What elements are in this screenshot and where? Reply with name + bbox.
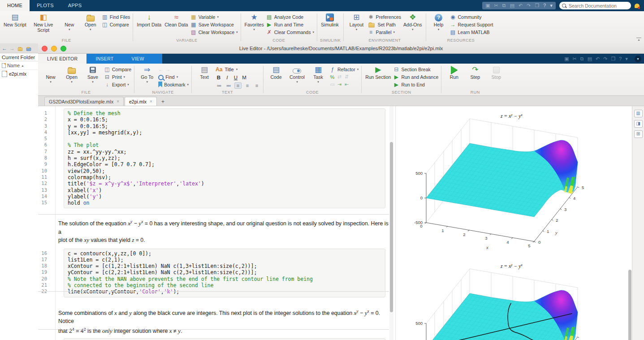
bulleted-list-icon[interactable]: ≔ [216,82,223,89]
tab-apps[interactable]: APPS [61,0,89,11]
cut-icon[interactable]: ✂ [494,2,498,9]
ribbon-button-set-path[interactable]: Set Path [367,21,401,28]
ribbon-button-back-forward-arrows-icon[interactable]: ← → [158,66,189,73]
ribbon-button-clean-data[interactable]: ≈Clean Data [164,13,189,28]
forward-arrow-icon[interactable]: → [9,45,15,52]
ribbon-button-preferences[interactable]: ✱Preferences [367,13,401,20]
ribbon-button-open[interactable]: Open▾ [81,13,100,31]
text-paragraph-1[interactable]: The solution of the equation xy − yx = 0… [58,218,390,244]
ribbon-button-run-section[interactable]: ▶Run Section [364,65,392,81]
open-in-figure-window-icon[interactable]: ⊞ [634,130,643,138]
comment-percent-icon[interactable]: % [329,74,335,80]
code-line[interactable]: yContour = [c(2,2:1+list1Len) NaN c(2,3+… [68,269,381,275]
ribbon-button-control[interactable]: Control▾ [287,65,307,84]
ribbon-button-new[interactable]: New▾ [41,65,61,84]
ribbon-button-layout[interactable]: ⊞Layout▾ [346,13,366,31]
close-tab-icon[interactable]: × [117,99,119,104]
uncomment-icon[interactable]: ⇵ [344,74,350,80]
wrap-comment-icon[interactable]: ⇄ [337,74,342,80]
preview-icon[interactable]: ▭ [329,82,335,87]
outdent-icon[interactable]: ⇤ [344,82,350,87]
tab-plots[interactable]: PLOTS [30,0,61,11]
output-grid-view-icon[interactable]: ▥ [634,110,643,117]
code-line[interactable]: h = surf(x,y,zz); [68,155,381,161]
search-documentation-input[interactable] [568,3,622,9]
new-window-icon[interactable]: ❐ [535,2,539,9]
redo-icon[interactable]: ↷ [603,55,607,63]
editor-scrollbar-thumb[interactable] [390,142,393,312]
ribbon-button-variable[interactable]: ▦Variable▾ [190,13,238,20]
ribbon-button-find-files[interactable]: ▥Find Files [102,13,130,20]
code-line[interactable]: view(20,50); [68,168,381,174]
copy-icon[interactable]: ⧉ [580,55,584,63]
ribbon-button-go-to[interactable]: ⇒Go To▾ [137,65,157,84]
code-line[interactable]: h.EdgeColor = [0.7 0.7 0.7]; [68,161,381,168]
text-paragraph-2[interactable]: Some combinations of x and y along the b… [58,307,390,335]
ribbon-button-save-workspace[interactable]: ▦Save Workspace [190,21,238,28]
paste-icon[interactable]: ▤ [510,2,514,9]
code-rect[interactable]: plot([0:5 2 4],[0:5 4 2],'r.','MarkerSiz… [64,338,385,340]
code-block-3[interactable]: 23plot([0:5 2 4],[0:5 4 2],'r.','MarkerS… [38,338,385,340]
tab-home[interactable]: HOME [0,0,30,11]
back-arrow-icon[interactable]: ← [2,45,7,52]
ribbon-button-run[interactable]: Run [444,65,464,81]
code-block-1[interactable]: 123456789101112131415% Define the meshx … [38,108,385,208]
ribbon-button-save[interactable]: Save▾ [83,65,103,84]
code-block-2[interactable]: 16171819202122c = contourc(x,y,zz,[0 0])… [38,249,385,297]
more-options-icon[interactable]: ▾ [625,55,628,63]
editor-scrollbar-track[interactable] [389,106,393,340]
more-menu-icon[interactable]: ▾ [635,56,641,62]
align-left-icon[interactable]: ≡ [234,82,242,89]
code-line[interactable]: % connected to the beginning of the seco… [68,282,381,288]
text-bold-button[interactable]: B [216,75,222,80]
code-line[interactable]: xContour = [c(1,2:1+list1Len) NaN c(1,3+… [68,263,381,269]
copy-icon[interactable]: ⧉ [502,2,506,9]
ribbon-button-compare[interactable]: ◫Compare [102,21,130,28]
numbered-list-icon[interactable]: ≕ [225,82,232,89]
ribbon-button-favorites[interactable]: ★Favorites▾ [244,13,265,31]
text-underline-button[interactable]: U [233,75,239,80]
code-line[interactable]: list1Len = c(2,1); [68,257,381,263]
ribbon-button-find[interactable]: Find▾ [158,73,189,80]
redo-icon[interactable]: ↷ [527,2,531,9]
ribbon-button-section-break[interactable]: ⊟Section Break [393,66,438,73]
code-line[interactable]: [xx,yy] = meshgrid(x,y); [68,129,381,136]
ribbon-button-export[interactable]: ↓Export▾ [104,81,131,88]
code-line[interactable]: % Note that the NAN above prevents the e… [68,276,381,282]
save-icon[interactable]: ▣ [564,55,569,63]
ribbon-button-text[interactable]: ▤Text [194,65,214,81]
undo-icon[interactable]: ↶ [596,55,600,63]
ribbon-button-open[interactable]: Open▾ [62,65,82,84]
ribbon-button-clear-workspace[interactable]: ▨Clear Workspace▾ [190,29,238,35]
undo-icon[interactable]: ↶ [519,2,523,9]
code-line[interactable]: y = 0:0.16:5; [68,123,381,129]
ribbon-button-new-script[interactable]: ▤New Script [3,13,27,28]
save-icon[interactable]: ▣ [485,2,490,9]
ribbon-button-run-and-advance[interactable]: ▶Run and Advance [393,73,438,80]
code-line[interactable]: c = contourc(x,y,zz,[0 0]); [68,250,381,257]
align-center-icon[interactable]: ≡ [244,82,251,89]
window-title-bar[interactable]: Live Editor - /Users/laurelheske/Documen… [38,43,644,54]
help-circle-icon[interactable]: ? [543,2,546,9]
paste-icon[interactable]: ▤ [588,55,592,63]
ribbon-button-request-support[interactable]: →Request Support [450,21,493,28]
figure-1-surface-plot[interactable]: z = xy − yx 500 0 -500 0 1 2 3 4 5 [398,107,627,257]
ribbon-button-clear-commands[interactable]: ✗Clear Commands▾ [266,29,314,35]
ribbon-button-new-live-script[interactable]: ◧New Live Script [29,13,58,33]
ribbon-button-task[interactable]: ▦Task▾ [308,65,328,84]
code-line[interactable]: % Define the mesh [68,110,381,116]
ribbon-button-help[interactable]: Help▾ [429,13,449,31]
new-window-icon[interactable]: ❐ [611,55,615,63]
output-inline-toggle-icon[interactable]: ◨ [634,120,643,128]
ribbon-button-learn-matlab[interactable]: ▤Learn MATLAB [450,29,493,35]
ribbon-button-add-ons[interactable]: ❖Add-Ons▾ [402,13,423,31]
name-column-header[interactable]: Name ▲ [0,61,38,70]
code-line[interactable]: xlabel('x') [68,187,381,194]
ribbon-button-new[interactable]: New▾ [60,13,79,31]
file-row-e2pi-mlx[interactable]: e2pi.mlx [0,70,38,78]
ribbon-button-print[interactable]: ⊟Print▾ [104,73,131,80]
tab-view[interactable]: VIEW [123,54,162,64]
figure-2-surface-plot-with-contour[interactable]: z = xy − yx 500 0 -500 [398,257,627,340]
code-line[interactable] [68,136,381,142]
code-line[interactable]: line(xContour,yContour,'Color','k'); [68,288,381,295]
